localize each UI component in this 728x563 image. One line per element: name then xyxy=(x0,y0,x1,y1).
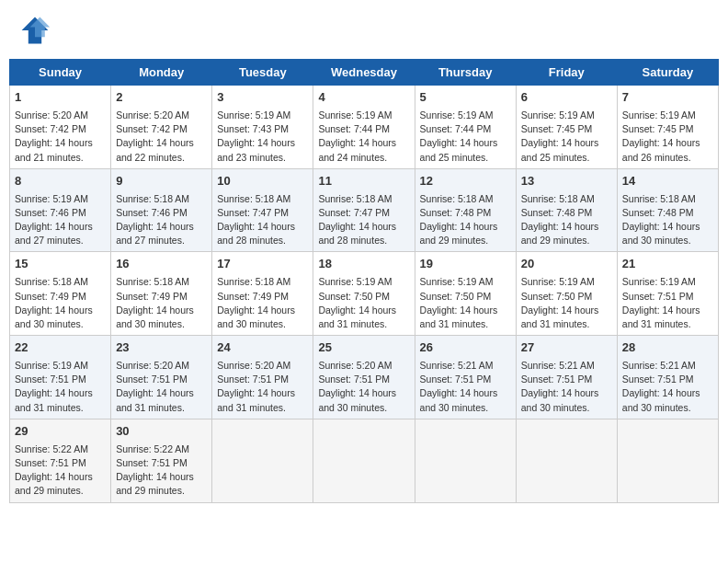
daylight-text: Daylight: 14 hours and 30 minutes. xyxy=(116,304,194,329)
sunrise-text: Sunrise: 5:20 AM xyxy=(15,109,88,121)
day-number: 17 xyxy=(217,256,308,273)
day-number: 29 xyxy=(15,423,106,441)
sunrise-text: Sunrise: 5:18 AM xyxy=(622,193,696,204)
day-number: 25 xyxy=(318,339,409,357)
calendar-cell: 23Sunrise: 5:20 AMSunset: 7:51 PMDayligh… xyxy=(111,336,212,419)
calendar-cell xyxy=(415,419,516,502)
sunrise-text: Sunrise: 5:18 AM xyxy=(521,193,595,204)
daylight-text: Daylight: 14 hours and 29 minutes. xyxy=(15,471,93,496)
day-number: 1 xyxy=(15,89,106,107)
calendar-cell: 25Sunrise: 5:20 AMSunset: 7:51 PMDayligh… xyxy=(313,336,415,419)
sunrise-text: Sunrise: 5:19 AM xyxy=(318,276,392,287)
weekday-header-wednesday: Wednesday xyxy=(313,60,415,86)
daylight-text: Daylight: 14 hours and 27 minutes. xyxy=(116,221,194,246)
sunrise-text: Sunrise: 5:19 AM xyxy=(15,360,88,371)
sunset-text: Sunset: 7:51 PM xyxy=(318,373,390,385)
cell-content: 1Sunrise: 5:20 AMSunset: 7:42 PMDaylight… xyxy=(15,89,106,165)
cell-content: 25Sunrise: 5:20 AMSunset: 7:51 PMDayligh… xyxy=(318,339,409,415)
daylight-text: Daylight: 14 hours and 31 minutes. xyxy=(622,304,700,329)
sunrise-text: Sunrise: 5:21 AM xyxy=(521,360,595,371)
calendar-cell: 24Sunrise: 5:20 AMSunset: 7:51 PMDayligh… xyxy=(212,336,313,419)
day-number: 10 xyxy=(217,173,308,190)
calendar-cell: 18Sunrise: 5:19 AMSunset: 7:50 PMDayligh… xyxy=(313,252,415,336)
calendar-week-row: 8Sunrise: 5:19 AMSunset: 7:46 PMDaylight… xyxy=(10,168,719,252)
sunset-text: Sunset: 7:49 PM xyxy=(217,291,289,302)
sunset-text: Sunset: 7:44 PM xyxy=(318,123,390,134)
daylight-text: Daylight: 14 hours and 29 minutes. xyxy=(420,221,498,246)
calendar-cell: 8Sunrise: 5:19 AMSunset: 7:46 PMDaylight… xyxy=(10,168,111,252)
weekday-header-monday: Monday xyxy=(111,60,212,86)
calendar-cell: 10Sunrise: 5:18 AMSunset: 7:47 PMDayligh… xyxy=(212,168,313,252)
calendar-cell: 22Sunrise: 5:19 AMSunset: 7:51 PMDayligh… xyxy=(10,336,111,419)
day-number: 13 xyxy=(521,173,612,190)
calendar-cell: 19Sunrise: 5:19 AMSunset: 7:50 PMDayligh… xyxy=(415,252,516,336)
day-number: 4 xyxy=(318,89,409,107)
calendar-cell xyxy=(313,419,415,502)
sunset-text: Sunset: 7:51 PM xyxy=(217,373,289,385)
daylight-text: Daylight: 14 hours and 25 minutes. xyxy=(420,137,498,162)
day-number: 16 xyxy=(116,256,207,273)
daylight-text: Daylight: 14 hours and 23 minutes. xyxy=(217,137,295,162)
daylight-text: Daylight: 14 hours and 30 minutes. xyxy=(217,304,295,329)
sunset-text: Sunset: 7:48 PM xyxy=(521,207,593,218)
calendar-cell: 17Sunrise: 5:18 AMSunset: 7:49 PMDayligh… xyxy=(212,252,313,336)
daylight-text: Daylight: 14 hours and 31 minutes. xyxy=(15,387,93,412)
cell-content: 28Sunrise: 5:21 AMSunset: 7:51 PMDayligh… xyxy=(622,339,713,415)
daylight-text: Daylight: 14 hours and 26 minutes. xyxy=(622,137,700,162)
cell-content: 3Sunrise: 5:19 AMSunset: 7:43 PMDaylight… xyxy=(217,89,308,165)
daylight-text: Daylight: 14 hours and 28 minutes. xyxy=(217,221,295,246)
daylight-text: Daylight: 14 hours and 28 minutes. xyxy=(318,221,396,246)
sunrise-text: Sunrise: 5:20 AM xyxy=(318,360,392,371)
sunrise-text: Sunrise: 5:19 AM xyxy=(420,109,494,121)
sunrise-text: Sunrise: 5:20 AM xyxy=(116,360,189,371)
cell-content: 4Sunrise: 5:19 AMSunset: 7:44 PMDaylight… xyxy=(318,89,409,165)
sunset-text: Sunset: 7:51 PM xyxy=(15,373,86,385)
page-header xyxy=(9,9,719,52)
calendar-week-row: 1Sunrise: 5:20 AMSunset: 7:42 PMDaylight… xyxy=(10,86,719,169)
sunrise-text: Sunrise: 5:19 AM xyxy=(622,276,696,287)
weekday-row: SundayMondayTuesdayWednesdayThursdayFrid… xyxy=(10,60,719,86)
sunrise-text: Sunrise: 5:20 AM xyxy=(116,109,189,121)
cell-content: 13Sunrise: 5:18 AMSunset: 7:48 PMDayligh… xyxy=(521,173,612,248)
sunset-text: Sunset: 7:48 PM xyxy=(622,207,694,218)
cell-content: 29Sunrise: 5:22 AMSunset: 7:51 PMDayligh… xyxy=(15,423,106,499)
daylight-text: Daylight: 14 hours and 24 minutes. xyxy=(318,137,396,162)
calendar-cell: 9Sunrise: 5:18 AMSunset: 7:46 PMDaylight… xyxy=(111,168,212,252)
sunrise-text: Sunrise: 5:19 AM xyxy=(217,109,290,121)
calendar-cell: 7Sunrise: 5:19 AMSunset: 7:45 PMDaylight… xyxy=(617,86,718,169)
daylight-text: Daylight: 14 hours and 30 minutes. xyxy=(318,387,396,412)
cell-content: 11Sunrise: 5:18 AMSunset: 7:47 PMDayligh… xyxy=(318,173,409,248)
sunset-text: Sunset: 7:51 PM xyxy=(15,457,86,468)
daylight-text: Daylight: 14 hours and 31 minutes. xyxy=(318,304,396,329)
sunrise-text: Sunrise: 5:19 AM xyxy=(420,276,494,287)
calendar-cell: 29Sunrise: 5:22 AMSunset: 7:51 PMDayligh… xyxy=(10,419,111,502)
sunrise-text: Sunrise: 5:22 AM xyxy=(15,443,88,454)
cell-content: 15Sunrise: 5:18 AMSunset: 7:49 PMDayligh… xyxy=(15,256,106,331)
day-number: 9 xyxy=(116,173,207,190)
cell-content: 7Sunrise: 5:19 AMSunset: 7:45 PMDaylight… xyxy=(622,89,713,165)
cell-content: 12Sunrise: 5:18 AMSunset: 7:48 PMDayligh… xyxy=(420,173,511,248)
sunset-text: Sunset: 7:50 PM xyxy=(420,291,492,302)
cell-content: 14Sunrise: 5:18 AMSunset: 7:48 PMDayligh… xyxy=(622,173,713,248)
sunset-text: Sunset: 7:51 PM xyxy=(622,291,694,302)
daylight-text: Daylight: 14 hours and 30 minutes. xyxy=(420,387,498,412)
sunset-text: Sunset: 7:49 PM xyxy=(116,291,188,302)
day-number: 28 xyxy=(622,339,713,357)
sunset-text: Sunset: 7:48 PM xyxy=(420,207,492,218)
day-number: 20 xyxy=(521,256,612,273)
day-number: 6 xyxy=(521,89,612,107)
calendar-cell: 20Sunrise: 5:19 AMSunset: 7:50 PMDayligh… xyxy=(516,252,617,336)
day-number: 19 xyxy=(420,256,511,273)
daylight-text: Daylight: 14 hours and 29 minutes. xyxy=(521,221,599,246)
weekday-header-tuesday: Tuesday xyxy=(212,60,313,86)
calendar-cell: 1Sunrise: 5:20 AMSunset: 7:42 PMDaylight… xyxy=(10,86,111,169)
calendar-body: 1Sunrise: 5:20 AMSunset: 7:42 PMDaylight… xyxy=(10,86,719,503)
sunset-text: Sunset: 7:51 PM xyxy=(116,457,188,468)
cell-content: 22Sunrise: 5:19 AMSunset: 7:51 PMDayligh… xyxy=(15,339,106,415)
day-number: 24 xyxy=(217,339,308,357)
sunrise-text: Sunrise: 5:19 AM xyxy=(521,276,595,287)
sunset-text: Sunset: 7:47 PM xyxy=(318,207,390,218)
cell-content: 23Sunrise: 5:20 AMSunset: 7:51 PMDayligh… xyxy=(116,339,207,415)
day-number: 30 xyxy=(116,423,207,441)
calendar-week-row: 29Sunrise: 5:22 AMSunset: 7:51 PMDayligh… xyxy=(10,419,719,502)
